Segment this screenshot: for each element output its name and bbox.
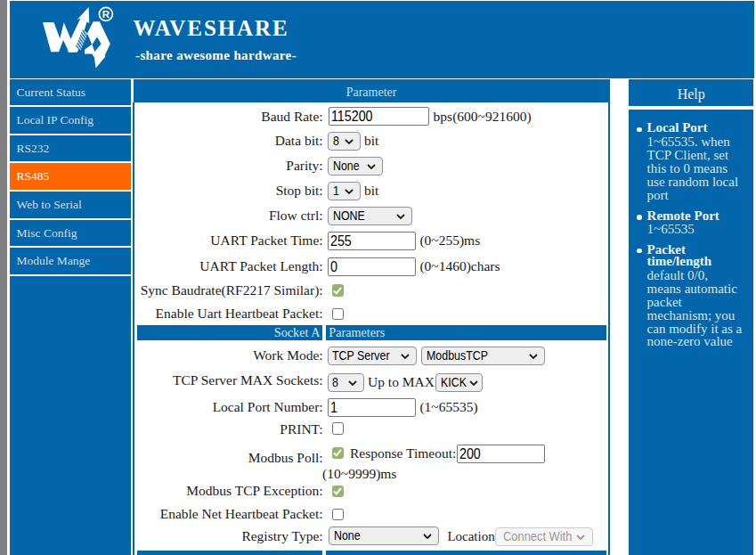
svg-text:R: R [102, 9, 110, 20]
